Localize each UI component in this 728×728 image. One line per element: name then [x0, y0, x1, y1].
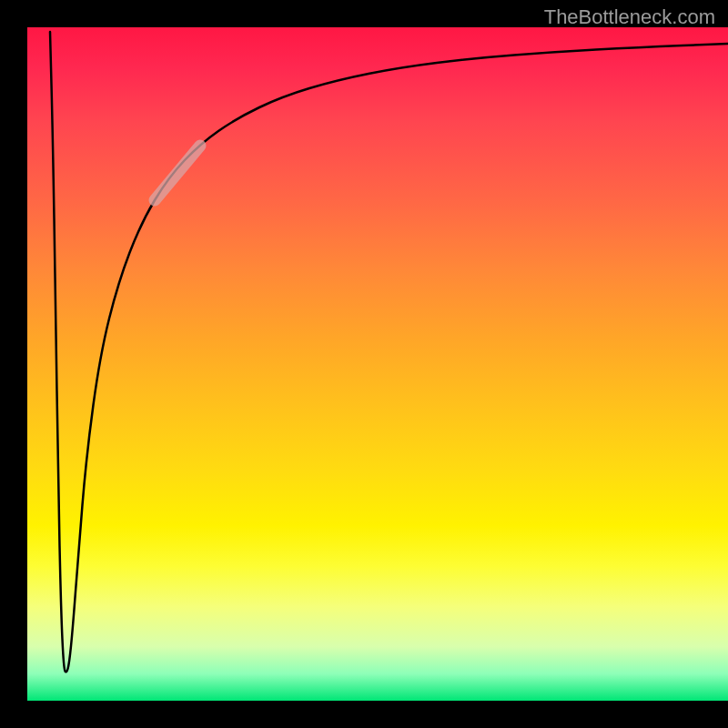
- watermark-text: TheBottleneck.com: [544, 5, 715, 29]
- bottleneck-curve: [50, 32, 728, 672]
- highlight-segment: [155, 146, 200, 200]
- chart-curve-svg: [27, 27, 728, 701]
